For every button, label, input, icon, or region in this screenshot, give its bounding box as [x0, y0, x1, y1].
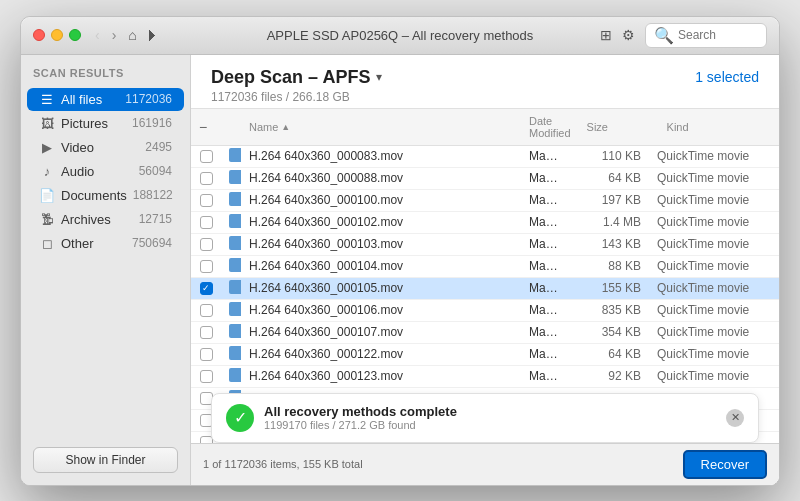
table-row[interactable]: H.264 640x360_000100.mov Mar 4, 2012 at … — [191, 190, 779, 212]
search-box: 🔍 — [645, 23, 767, 48]
sidebar-count-pictures: 161916 — [132, 116, 172, 130]
forward-button[interactable]: › — [108, 25, 121, 45]
sidebar-item-documents[interactable]: 📄 Documents 188122 — [27, 184, 184, 207]
row-checkbox-2[interactable] — [191, 170, 221, 187]
checkbox-9[interactable] — [200, 326, 213, 339]
row-icon-7 — [221, 278, 241, 299]
file-header: Deep Scan – APFS ▾ 1 selected 1172036 fi… — [191, 55, 779, 109]
row-checkbox-5[interactable] — [191, 236, 221, 253]
row-checkbox-4[interactable] — [191, 214, 221, 231]
checkbox-5[interactable] — [200, 238, 213, 251]
table-row[interactable]: H.264 640x360_000123.mov Mar 4, 2012 at … — [191, 366, 779, 388]
checkbox-3[interactable] — [200, 194, 213, 207]
table-row[interactable]: H.264 640x360_000104.mov Mar 4, 2012 at … — [191, 256, 779, 278]
table-row[interactable]: H.264 640x360_000107.mov Mar 4, 2012 at … — [191, 322, 779, 344]
sort-icon: ▲ — [281, 122, 290, 132]
checkbox-2[interactable] — [200, 172, 213, 185]
row-kind-9: QuickTime movie — [649, 323, 779, 341]
sidebar-icon-other: ◻ — [39, 236, 55, 251]
show-in-finder-button[interactable]: Show in Finder — [33, 447, 178, 473]
row-checkbox-6[interactable] — [191, 258, 221, 275]
sidebar-item-all-files[interactable]: ☰ All files 1172036 — [27, 88, 184, 111]
sidebar: Scan results ☰ All files 1172036 🖼 Pictu… — [21, 55, 191, 485]
checkbox-1[interactable] — [200, 150, 213, 163]
row-checkbox-9[interactable] — [191, 324, 221, 341]
table-row[interactable]: H.264 640x360_000102.mov Mar 4, 2012 at … — [191, 212, 779, 234]
search-icon: 🔍 — [654, 26, 674, 45]
row-date-6: Mar 4, 2012 at 3:50:35 PM — [521, 257, 569, 275]
sidebar-icon-audio: ♪ — [39, 164, 55, 179]
row-name-5: H.264 640x360_000103.mov — [241, 235, 521, 253]
notification-close-button[interactable]: ✕ — [726, 409, 744, 427]
sidebar-item-audio[interactable]: ♪ Audio 56094 — [27, 160, 184, 183]
sidebar-label-pictures: Pictures — [61, 116, 126, 131]
notification-bar: ✓ All recovery methods complete 1199170 … — [211, 393, 759, 443]
checkbox-7[interactable] — [200, 282, 213, 295]
checkbox-11[interactable] — [200, 370, 213, 383]
recover-button[interactable]: Recover — [683, 450, 767, 479]
sidebar-item-archives[interactable]: 🗜 Archives 12715 — [27, 208, 184, 231]
th-date[interactable]: Date Modified — [521, 113, 579, 141]
row-name-4: H.264 640x360_000102.mov — [241, 213, 521, 231]
row-date-7: Mar 4, 2012 at 3:50:36 PM — [521, 279, 569, 297]
row-icon-9 — [221, 322, 241, 343]
row-size-11: 92 KB — [569, 367, 649, 385]
table-row[interactable]: H.264 640x360_000103.mov Mar 4, 2012 at … — [191, 234, 779, 256]
notification-title: All recovery methods complete — [264, 404, 716, 419]
table-row[interactable]: H.264 640x360_000088.mov Mar 4, 2012 at … — [191, 168, 779, 190]
row-size-8: 835 KB — [569, 301, 649, 319]
row-kind-3: QuickTime movie — [649, 191, 779, 209]
row-checkbox-11[interactable] — [191, 368, 221, 385]
sidebar-count-archives: 12715 — [139, 212, 172, 226]
row-checkbox-7[interactable] — [191, 280, 221, 297]
select-all-icon[interactable]: − — [199, 119, 207, 135]
sidebar-label-video: Video — [61, 140, 139, 155]
status-bar: 1 of 1172036 items, 155 KB total Recover — [191, 443, 779, 485]
sidebar-item-other[interactable]: ◻ Other 750694 — [27, 232, 184, 255]
close-button[interactable] — [33, 29, 45, 41]
selected-badge: 1 selected — [695, 69, 759, 85]
search-input[interactable] — [678, 28, 758, 42]
table-row[interactable]: H.264 640x360_000122.mov Mar 4, 2012 at … — [191, 344, 779, 366]
minimize-button[interactable] — [51, 29, 63, 41]
home-button[interactable]: ⌂ — [128, 27, 136, 43]
status-text: 1 of 1172036 items, 155 KB total — [203, 458, 363, 470]
table-row[interactable]: H.264 640x360_000106.mov Mar 4, 2012 at … — [191, 300, 779, 322]
row-date-9: Mar 4, 2012 at 3:50:38 PM — [521, 323, 569, 341]
sidebar-item-video[interactable]: ▶ Video 2495 — [27, 136, 184, 159]
row-icon-5 — [221, 234, 241, 255]
checkbox-10[interactable] — [200, 348, 213, 361]
th-name[interactable]: Name ▲ — [241, 113, 521, 141]
checkbox-6[interactable] — [200, 260, 213, 273]
table-row[interactable]: H.264 640x360_000083.mov May 19, 2012 at… — [191, 146, 779, 168]
row-checkbox-1[interactable] — [191, 148, 221, 165]
checkbox-4[interactable] — [200, 216, 213, 229]
row-checkbox-3[interactable] — [191, 192, 221, 209]
row-checkbox-10[interactable] — [191, 346, 221, 363]
table-row[interactable]: H.264 640x360_000105.mov Mar 4, 2012 at … — [191, 278, 779, 300]
table-container: − Name ▲ Date Modified Size Kind H.264 6… — [191, 109, 779, 443]
sidebar-item-pictures[interactable]: 🖼 Pictures 161916 — [27, 112, 184, 135]
row-checkbox-8[interactable] — [191, 302, 221, 319]
row-size-1: 110 KB — [569, 147, 649, 165]
sidebar-count-other: 750694 — [132, 236, 172, 250]
scan-icon-button[interactable]: ⏵ — [145, 26, 161, 44]
row-kind-2: QuickTime movie — [649, 169, 779, 187]
sidebar-label-documents: Documents — [61, 188, 127, 203]
back-button[interactable]: ‹ — [91, 25, 104, 45]
settings-button[interactable]: ⚙ — [622, 27, 635, 43]
dropdown-icon[interactable]: ▾ — [376, 70, 382, 84]
row-name-3: H.264 640x360_000100.mov — [241, 191, 521, 209]
checkbox-8[interactable] — [200, 304, 213, 317]
th-kind[interactable]: Kind — [659, 113, 779, 141]
view-button[interactable]: ⊞ — [600, 27, 612, 43]
table-body: H.264 640x360_000083.mov May 19, 2012 at… — [191, 146, 779, 443]
row-name-8: H.264 640x360_000106.mov — [241, 301, 521, 319]
th-size[interactable]: Size — [579, 113, 659, 141]
row-kind-1: QuickTime movie — [649, 147, 779, 165]
sidebar-label-audio: Audio — [61, 164, 133, 179]
fullscreen-button[interactable] — [69, 29, 81, 41]
row-name-9: H.264 640x360_000107.mov — [241, 323, 521, 341]
nav-buttons: ‹ › — [91, 25, 120, 45]
file-subtitle: 1172036 files / 266.18 GB — [211, 90, 759, 104]
